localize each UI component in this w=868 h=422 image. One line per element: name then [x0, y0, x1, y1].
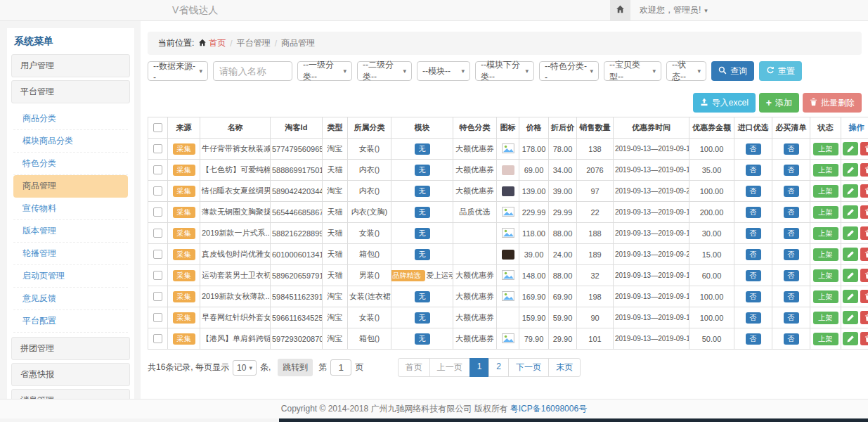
must-buy-toggle[interactable]: 否 — [784, 270, 799, 281]
sidebar-item-5[interactable]: 商品管理 — [13, 175, 128, 198]
delete-button[interactable] — [860, 163, 868, 177]
sidebar-item-1[interactable]: 平台管理 — [11, 80, 130, 103]
status-toggle[interactable]: 上架 — [813, 164, 838, 177]
import-select-toggle[interactable]: 否 — [746, 186, 761, 197]
must-buy-toggle[interactable]: 否 — [784, 249, 799, 260]
edit-button[interactable] — [843, 290, 858, 303]
delete-button[interactable] — [860, 184, 868, 198]
sidebar-item-10[interactable]: 意见反馈 — [13, 288, 128, 310]
row-checkbox[interactable] — [153, 144, 162, 153]
delete-button[interactable] — [860, 248, 868, 261]
row-checkbox[interactable] — [153, 207, 162, 217]
must-buy-toggle[interactable]: 否 — [784, 165, 799, 176]
row-checkbox[interactable] — [153, 313, 162, 322]
page-button-5[interactable]: 末页 — [548, 358, 581, 377]
edit-button[interactable] — [843, 332, 858, 345]
must-buy-toggle[interactable]: 否 — [784, 186, 799, 197]
sidebar-item-3[interactable]: 模块商品分类 — [13, 130, 128, 153]
must-buy-toggle[interactable]: 否 — [784, 207, 799, 218]
icp-link[interactable]: 粤ICP备16098006号 — [510, 403, 587, 415]
import-select-toggle[interactable]: 否 — [746, 228, 761, 239]
module-badge[interactable]: 无 — [415, 333, 430, 345]
add-button[interactable]: + 添加 — [759, 93, 799, 113]
sidebar-item-9[interactable]: 启动页管理 — [13, 265, 128, 288]
sidebar-item-7[interactable]: 版本管理 — [13, 220, 128, 243]
delete-button[interactable] — [860, 226, 868, 240]
status-toggle[interactable]: 上架 — [813, 290, 838, 303]
edit-button[interactable] — [843, 163, 858, 177]
import-select-toggle[interactable]: 否 — [746, 207, 761, 218]
query-button[interactable]: 查询 — [711, 61, 754, 81]
page-button-3[interactable]: 2 — [488, 358, 509, 377]
module-badge[interactable]: 无 — [415, 207, 430, 218]
status-toggle[interactable]: 上架 — [813, 206, 838, 219]
jump-button[interactable]: 跳转到 — [278, 359, 313, 376]
row-checkbox[interactable] — [153, 292, 162, 301]
sidebar-item-13[interactable]: 省惠快报 — [11, 363, 130, 386]
row-checkbox[interactable] — [153, 186, 162, 196]
must-buy-toggle[interactable]: 否 — [784, 228, 799, 239]
must-buy-toggle[interactable]: 否 — [784, 333, 799, 345]
status-toggle[interactable]: 上架 — [813, 248, 838, 261]
home-button[interactable] — [610, 0, 630, 20]
filter-select-1[interactable]: --一级分类--▾ — [297, 61, 352, 81]
delete-button[interactable] — [860, 269, 868, 282]
import-select-toggle[interactable]: 否 — [746, 333, 761, 345]
filter-select-3[interactable]: --模块--▾ — [417, 61, 470, 81]
row-checkbox[interactable] — [153, 165, 162, 174]
status-toggle[interactable]: 上架 — [813, 333, 838, 345]
import-select-toggle[interactable]: 否 — [746, 165, 761, 176]
row-checkbox[interactable] — [153, 250, 162, 259]
breadcrumb-home-link[interactable]: 首页 — [198, 37, 226, 49]
status-toggle[interactable]: 上架 — [813, 312, 838, 324]
sidebar-item-2[interactable]: 商品分类 — [13, 108, 128, 130]
edit-button[interactable] — [843, 184, 858, 198]
select-all-checkbox[interactable] — [153, 123, 162, 132]
delete-button[interactable] — [860, 332, 868, 345]
edit-button[interactable] — [843, 226, 858, 240]
page-button-1[interactable]: 上一页 — [429, 358, 470, 377]
row-checkbox[interactable] — [153, 229, 162, 238]
module-badge[interactable]: 品牌精选 — [391, 270, 425, 281]
edit-button[interactable] — [843, 205, 858, 219]
delete-button[interactable] — [860, 290, 868, 303]
row-checkbox[interactable] — [153, 334, 162, 343]
import-excel-button[interactable]: 导入excel — [693, 93, 756, 113]
sidebar-item-0[interactable]: 用户管理 — [11, 54, 130, 77]
filter-select-2[interactable]: --二级分类--▾ — [357, 61, 412, 81]
delete-button[interactable] — [860, 205, 868, 219]
filter-select-0[interactable]: --数据来源--▾ — [148, 61, 208, 81]
page-number-input[interactable] — [330, 359, 351, 376]
module-badge[interactable]: 无 — [415, 228, 430, 239]
must-buy-toggle[interactable]: 否 — [784, 291, 799, 302]
status-toggle[interactable]: 上架 — [813, 185, 838, 198]
must-buy-toggle[interactable]: 否 — [784, 312, 799, 324]
status-toggle[interactable]: 上架 — [813, 227, 838, 240]
filter-select-4[interactable]: --模块下分类--▾ — [475, 61, 534, 81]
import-select-toggle[interactable]: 否 — [746, 143, 761, 155]
edit-button[interactable] — [843, 142, 858, 155]
sidebar-item-11[interactable]: 平台配置 — [13, 310, 128, 333]
module-badge[interactable]: 无 — [415, 165, 430, 176]
filter-select-5[interactable]: --特色分类--▾ — [539, 61, 599, 81]
name-search-input[interactable] — [213, 61, 292, 81]
edit-button[interactable] — [843, 248, 858, 261]
page-button-2[interactable]: 1 — [469, 358, 490, 377]
module-badge[interactable]: 无 — [415, 186, 430, 197]
per-page-select[interactable]: 10 ▾ — [233, 360, 257, 376]
module-badge[interactable]: 无 — [415, 249, 430, 260]
edit-button[interactable] — [843, 269, 858, 282]
module-badge[interactable]: 无 — [415, 312, 430, 324]
status-toggle[interactable]: 上架 — [813, 143, 838, 155]
import-select-toggle[interactable]: 否 — [746, 291, 761, 302]
sidebar-item-8[interactable]: 轮播管理 — [13, 243, 128, 265]
sidebar-item-12[interactable]: 拼团管理 — [11, 337, 130, 360]
import-select-toggle[interactable]: 否 — [746, 312, 761, 324]
sidebar-item-4[interactable]: 特色分类 — [13, 153, 128, 175]
page-button-0[interactable]: 首页 — [398, 358, 430, 377]
import-select-toggle[interactable]: 否 — [746, 270, 761, 281]
delete-button[interactable] — [860, 142, 868, 155]
reset-button[interactable]: 重置 — [759, 61, 802, 81]
module-badge[interactable]: 无 — [415, 143, 430, 155]
sidebar-item-14[interactable]: 消息管理 — [11, 389, 130, 399]
